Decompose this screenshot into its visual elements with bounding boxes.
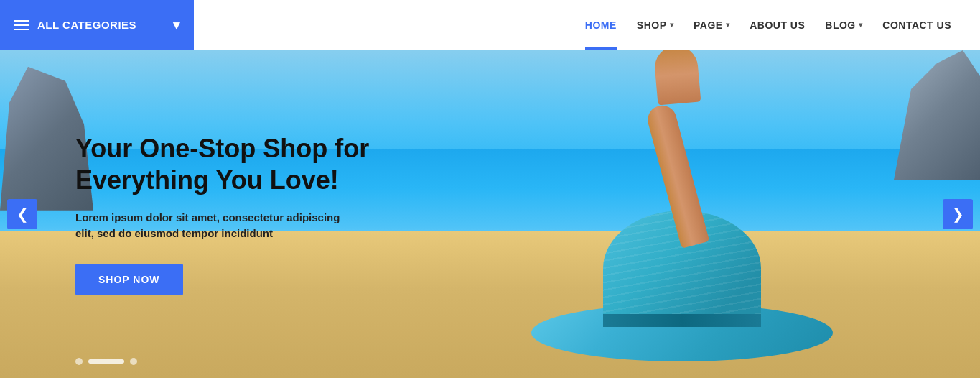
- main-nav: HOME SHOP ▾ PAGE ▾ ABOUT US BLOG ▾ CONTA…: [585, 0, 980, 50]
- nav-item-about-us[interactable]: ABOUT US: [750, 0, 805, 50]
- shop-now-button[interactable]: SHOP NOW: [75, 264, 183, 295]
- caret-icon: ▾: [859, 21, 863, 29]
- slide-indicator-1[interactable]: [75, 358, 83, 365]
- hamburger-icon: [14, 20, 29, 30]
- nav-item-shop[interactable]: SHOP ▾: [637, 0, 673, 50]
- chevron-left-icon: ❮: [17, 206, 29, 223]
- hero-hand-decoration: [648, 50, 706, 247]
- hero-prev-button[interactable]: ❮: [7, 199, 37, 229]
- hand-arm: [645, 102, 709, 249]
- hat-band: [603, 314, 761, 327]
- hero-description: Lorem ipsum dolor sit amet, consectetur …: [75, 210, 348, 242]
- hero-content: Your One-Stop Shop for Everything You Lo…: [75, 50, 434, 378]
- nav-item-home[interactable]: HOME: [585, 0, 617, 50]
- slide-indicator-2[interactable]: [88, 359, 124, 364]
- all-categories-button[interactable]: ALL CATEGORIES ▾: [0, 0, 194, 50]
- slide-indicator-3[interactable]: [130, 358, 137, 365]
- nav-item-blog[interactable]: BLOG ▾: [825, 0, 862, 50]
- nav-item-contact-us[interactable]: CONTACT US: [882, 0, 951, 50]
- chevron-down-icon: ▾: [173, 17, 180, 33]
- categories-label: ALL CATEGORIES: [37, 19, 136, 31]
- slide-indicators: [75, 358, 137, 365]
- header: ALL CATEGORIES ▾ HOME SHOP ▾ PAGE ▾ ABOU…: [0, 0, 980, 50]
- hero-section: ❮ ❯ Your One-Stop Shop for Everything Yo…: [0, 50, 980, 378]
- caret-icon: ▾: [670, 21, 674, 29]
- chevron-right-icon: ❯: [952, 206, 964, 223]
- nav-item-page[interactable]: PAGE ▾: [694, 0, 729, 50]
- hero-title: Your One-Stop Shop for Everything You Lo…: [75, 133, 434, 195]
- hand-fingers: [653, 50, 701, 105]
- hero-next-button[interactable]: ❯: [943, 199, 973, 229]
- caret-icon: ▾: [726, 21, 730, 29]
